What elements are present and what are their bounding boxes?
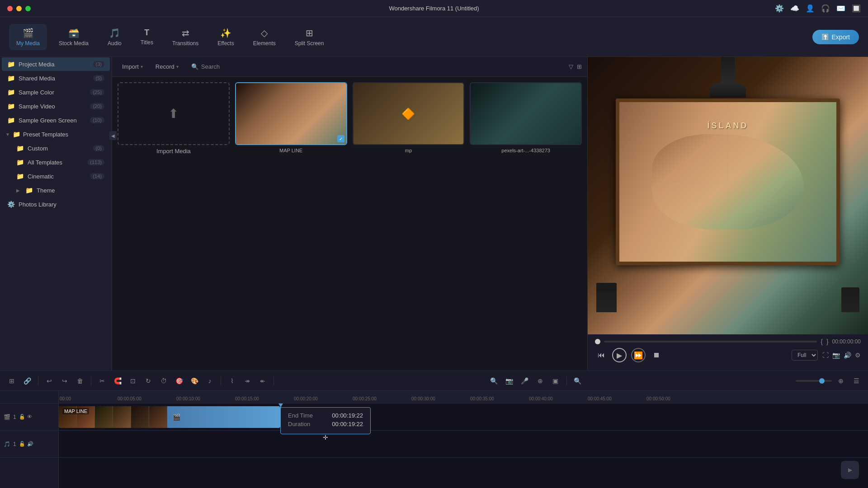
sidebar-item-shared-media[interactable]: 📁 Shared Media (5) [2,71,110,85]
profile-icon[interactable]: 🔲 [852,4,861,13]
camera-button[interactable]: 📷 [503,375,516,387]
titlebar: Wondershare Filmora 11 (Untitled) ⚙️ ☁️ … [0,0,868,17]
audio-tl-button[interactable]: ♪ [203,375,216,387]
forward-play-button[interactable]: ⏩ [631,348,646,362]
mail-icon[interactable]: ✉️ [836,4,845,13]
stop-button[interactable]: ⏹ [650,349,663,361]
add-track-button[interactable]: ⊞ [5,375,18,387]
map-line-clip[interactable]: 🎬 MAP LINE [59,406,280,428]
preview-controls: { } 00:00:00:00 ⏮ ▶ ⏩ ⏹ Full ⛶ 📷 🔊 [588,334,868,371]
mp-thumbnail[interactable]: 🔶 [353,82,465,145]
settings-icon[interactable]: ⚙️ [775,4,784,13]
split-screen-icon: ⊞ [306,28,313,38]
settings-icon-preview[interactable]: ⚙ [855,352,861,359]
audio-merge-button[interactable]: ⊕ [534,375,547,387]
import-media-item[interactable]: ⬆ Import Media [118,82,230,155]
tab-my-media[interactable]: 🎬 My Media [9,24,47,50]
tab-transitions[interactable]: ⇄ Transitions [165,24,206,50]
support-icon[interactable]: 🎧 [821,4,830,13]
minimize-button[interactable] [16,6,22,11]
media-item-map-line[interactable]: ✓ MAP LINE [235,82,347,155]
zoom-track[interactable] [796,380,832,382]
stock-media-icon: 🗃️ [68,28,80,38]
tab-audio[interactable]: 🎵 Audio [100,24,129,50]
import-button[interactable]: Import ▾ [118,61,147,72]
ruler-mark-10: 00:00:50:00 [646,396,670,401]
zoom-fit-button[interactable]: 🔍 [488,375,500,387]
cut-button[interactable]: ✂ [96,375,108,387]
cloud-icon[interactable]: ☁️ [790,4,799,13]
upload-icon: ⬆ [168,106,179,121]
sample-color-label: Sample Color [19,89,86,96]
zoom-in-button[interactable]: 🔍 [571,375,584,387]
fullscreen-icon[interactable]: ⛶ [822,352,829,359]
audio-lock-icon[interactable]: 🔓 [19,441,25,447]
lock-icon[interactable]: 🔓 [19,414,25,420]
tab-effects[interactable]: ✨ Effects [210,24,241,50]
grid-view-icon[interactable]: ⊞ [577,63,582,70]
maximize-button[interactable] [25,6,31,11]
tab-elements[interactable]: ◇ Elements [246,24,283,50]
sample-video-count: (20) [90,103,104,109]
magnet-button[interactable]: 🧲 [111,375,124,387]
undo-button[interactable]: ↩ [43,375,56,387]
delete-button[interactable]: 🗑 [74,375,86,387]
backward-button[interactable]: ↞ [256,375,269,387]
tab-audio-label: Audio [108,40,122,47]
layout-button[interactable]: ☰ [850,375,863,387]
audio-track-number: 1 [13,441,16,447]
pexels-thumbnail[interactable] [470,82,582,145]
rewind-button[interactable]: ⏮ [595,349,608,361]
sidebar-item-sample-color[interactable]: 📁 Sample Color (25) [2,85,110,99]
audio-track-1 [59,431,868,458]
screenshot-icon[interactable]: 📷 [832,352,840,359]
sidebar-section-preset-templates[interactable]: ▼ 📁 Preset Templates [0,127,112,141]
sidebar-item-project-media[interactable]: 📁 Project Media (3) [2,57,110,71]
progress-track[interactable] [604,341,817,343]
pip-button[interactable]: ▣ [549,375,562,387]
volume-icon[interactable]: 🔊 [844,352,851,359]
color-button[interactable]: 🎨 [188,375,201,387]
window-controls[interactable] [7,6,31,11]
sidebar-item-theme[interactable]: ▶ 📁 Theme [2,183,110,197]
audio-mute-icon[interactable]: 🔊 [27,441,33,447]
forward-button[interactable]: ↠ [241,375,254,387]
tab-titles[interactable]: T Titles [133,24,160,49]
user-icon[interactable]: 👤 [806,4,815,13]
zoom-out-button[interactable]: ⊕ [835,375,847,387]
tooltip-duration-row: Duration 00:00:19:22 [288,421,363,427]
filter-icon[interactable]: ▽ [569,63,573,70]
media-item-pexels[interactable]: pexels-art-...-4338273 [470,82,582,155]
export-button[interactable]: ⬆️ Export [812,30,859,44]
link-button[interactable]: 🔗 [21,375,33,387]
sidebar-item-all-templates[interactable]: 📁 All Templates (113) [2,155,110,169]
rotate-button[interactable]: ↻ [142,375,155,387]
sidebar-item-cinematic[interactable]: 📁 Cinematic (14) [2,169,110,183]
visibility-icon[interactable]: 👁 [27,414,32,420]
tab-split-screen[interactable]: ⊞ Split Screen [288,24,331,50]
speed-button[interactable]: ⏱ [157,375,170,387]
redo-button[interactable]: ↪ [58,375,71,387]
in-point-icon: { [821,338,823,345]
crop-button[interactable]: ⊡ [127,375,139,387]
close-button[interactable] [7,6,13,11]
sidebar-item-custom[interactable]: 📁 Custom (0) [2,141,110,155]
mic-button[interactable]: 🎤 [519,375,531,387]
zoom-thumb[interactable] [819,378,825,384]
play-pause-button[interactable]: ▶ [612,348,627,362]
panel-collapse-button[interactable]: ◀ [109,131,112,140]
duration-value: 00:00:19:22 [332,421,363,427]
split-button[interactable]: ⌇ [226,375,238,387]
stabilize-button[interactable]: 🎯 [173,375,185,387]
quality-select[interactable]: Full [792,350,818,361]
media-item-mp[interactable]: 🔶 mp [353,82,465,155]
record-button[interactable]: Record ▾ [151,61,183,72]
sidebar-item-sample-video[interactable]: 📁 Sample Video (20) [2,99,110,113]
zoom-control [796,380,832,382]
tab-stock-media[interactable]: 🗃️ Stock Media [52,24,96,50]
map-line-thumbnail[interactable]: ✓ [235,82,347,145]
sidebar-item-photos-library[interactable]: ⚙️ Photos Library [2,197,110,211]
search-box[interactable]: 🔍 Search [187,61,224,72]
progress-handle[interactable] [595,339,600,344]
sidebar-item-sample-green-screen[interactable]: 📁 Sample Green Screen (10) [2,113,110,127]
